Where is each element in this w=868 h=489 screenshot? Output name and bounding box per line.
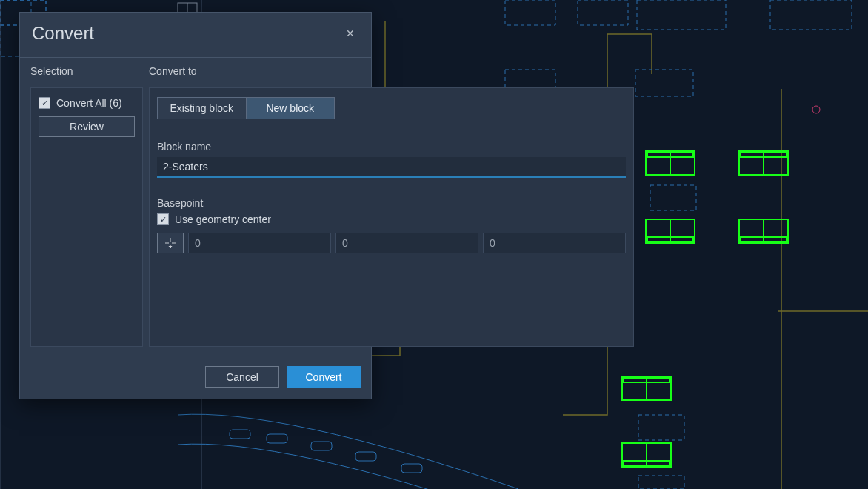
selected-block-5 (622, 376, 671, 400)
pick-point-icon (164, 237, 176, 249)
svg-rect-3 (637, 0, 726, 30)
convert-all-row: ✓ Convert All (6) (39, 97, 135, 109)
basepoint-label: Basepoint (157, 197, 626, 209)
svg-rect-2 (578, 0, 628, 25)
svg-rect-38 (267, 434, 287, 443)
tab-divider (150, 130, 633, 130)
svg-rect-11 (638, 415, 684, 440)
convert-all-checkbox[interactable]: ✓ (39, 97, 50, 109)
basepoint-z-input[interactable] (483, 233, 626, 253)
pick-point-button[interactable] (157, 233, 184, 253)
selection-box: ✓ Convert All (6) Review (30, 87, 143, 347)
svg-rect-37 (230, 430, 250, 439)
tab-new-block[interactable]: New block (246, 98, 335, 119)
convert-dialog: Convert ✕ Selection ✓ Convert All (6) Re… (19, 12, 372, 399)
use-center-label: Use geometry center (175, 213, 271, 225)
selection-panel: Selection ✓ Convert All (6) Review (30, 65, 143, 347)
use-center-row: ✓ Use geometry center (157, 213, 626, 225)
basepoint-y-input[interactable] (335, 233, 478, 253)
dialog-title: Convert (32, 23, 94, 44)
close-button[interactable]: ✕ (341, 24, 359, 42)
svg-rect-6 (770, 0, 852, 30)
svg-rect-41 (401, 464, 422, 473)
tab-existing-block[interactable]: Existing block (158, 98, 246, 119)
review-button[interactable]: Review (39, 116, 135, 137)
selected-block-2 (739, 151, 788, 175)
cancel-button[interactable]: Cancel (205, 366, 279, 388)
selected-block-1 (646, 151, 695, 175)
basepoint-coords (157, 233, 626, 253)
convert-to-tabs: Existing block New block (157, 97, 335, 119)
svg-rect-8 (650, 185, 696, 210)
convert-to-box: Existing block New block Block name Base… (149, 87, 634, 347)
selected-block-3 (646, 219, 695, 243)
selected-block-4 (739, 219, 788, 243)
block-name-input[interactable] (157, 157, 626, 178)
basepoint-x-input[interactable] (188, 233, 331, 253)
selection-heading: Selection (30, 65, 143, 77)
block-name-label: Block name (157, 141, 626, 153)
convert-all-label: Convert All (6) (56, 97, 122, 109)
svg-rect-40 (355, 452, 376, 461)
close-icon: ✕ (346, 27, 355, 39)
convert-button[interactable]: Convert (287, 366, 361, 388)
svg-rect-1 (505, 0, 555, 25)
convert-to-panel: Convert to Existing block New block Bloc… (149, 65, 634, 347)
dialog-footer: Cancel Convert (20, 357, 371, 399)
use-center-checkbox[interactable]: ✓ (157, 213, 169, 225)
svg-rect-5 (635, 70, 693, 96)
basepoint-section: Basepoint ✓ Use geometry center (157, 197, 626, 253)
svg-rect-39 (311, 442, 332, 450)
dialog-header: Convert ✕ (20, 13, 371, 58)
convert-to-heading: Convert to (149, 65, 634, 77)
svg-rect-12 (638, 476, 684, 489)
selected-block-6 (622, 443, 671, 467)
svg-point-18 (812, 106, 820, 113)
dialog-body: Selection ✓ Convert All (6) Review Conve… (20, 58, 371, 357)
